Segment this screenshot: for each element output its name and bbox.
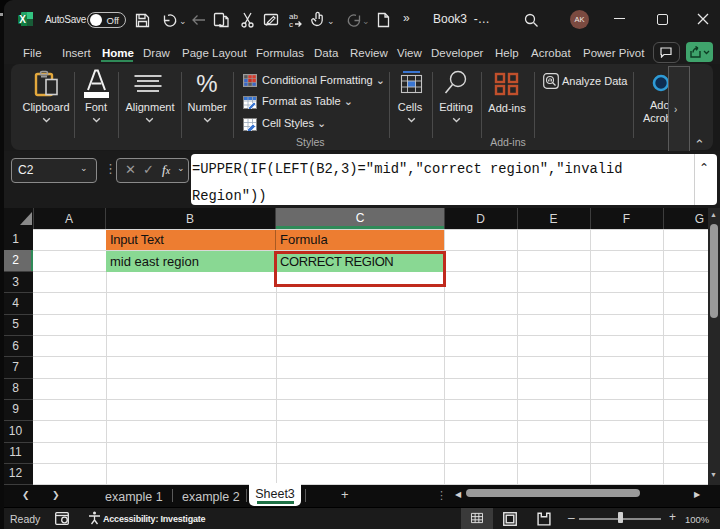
svg-text:X: X	[19, 14, 26, 25]
svg-text:c: c	[289, 20, 293, 28]
